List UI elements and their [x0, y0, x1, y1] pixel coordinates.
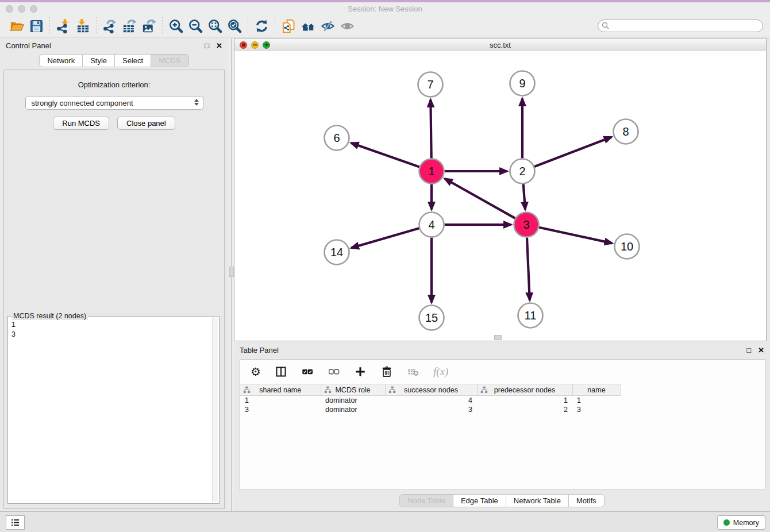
mcds-result-text[interactable]: 1 3 — [8, 317, 219, 340]
graph-node-11[interactable]: 11 — [518, 303, 543, 328]
create-column-button[interactable] — [354, 365, 367, 378]
delete-column-button[interactable] — [380, 365, 393, 378]
table-cell[interactable]: 2 — [477, 405, 572, 414]
split-columns-button[interactable] — [275, 365, 287, 378]
table-cell[interactable]: 1 — [240, 396, 321, 406]
column-header-shared-name[interactable]: shared name — [240, 384, 321, 396]
column-header-successor-nodes[interactable]: successor nodes — [385, 384, 477, 396]
edge-3-1[interactable] — [445, 179, 515, 218]
select-all-columns-button[interactable] — [301, 365, 314, 378]
network-window-titlebar[interactable]: scc.txt — [234, 38, 766, 52]
open-session-button[interactable] — [7, 17, 26, 35]
canvas-hscroll-thumb[interactable] — [494, 335, 502, 340]
table-cell[interactable]: dominator — [321, 396, 385, 406]
float-panel-icon[interactable]: □ — [205, 41, 209, 50]
run-mcds-button[interactable]: Run MCDS — [53, 117, 109, 130]
close-panel-button[interactable]: Close panel — [117, 117, 175, 130]
table-cell[interactable]: 3 — [240, 405, 321, 414]
zoom-selected-button[interactable] — [225, 17, 244, 35]
edge-2-3[interactable] — [523, 184, 525, 209]
table-settings-button[interactable]: ⚙ — [251, 366, 261, 377]
task-history-button[interactable] — [6, 515, 25, 530]
graph-node-15[interactable]: 15 — [419, 306, 444, 330]
column-header-name[interactable]: name — [572, 384, 621, 396]
edge-1-6[interactable] — [351, 143, 419, 167]
graph-node-14[interactable]: 14 — [325, 240, 349, 265]
optimization-criterion-dropdown[interactable]: strongly connected component — [25, 96, 203, 110]
hide-selected-button[interactable] — [318, 17, 337, 35]
node-label: 4 — [428, 218, 434, 231]
import-table-button[interactable] — [73, 17, 93, 35]
table-panel-title: Table Panel — [240, 346, 746, 354]
network-canvas[interactable]: 7968124314101511 — [234, 51, 766, 341]
graph-node-10[interactable]: 10 — [615, 234, 640, 259]
delete-table-button[interactable] — [407, 365, 419, 378]
table-cell[interactable]: dominator — [321, 405, 385, 414]
tab-select[interactable]: Select — [114, 54, 151, 67]
save-session-button[interactable] — [26, 17, 46, 35]
graph-node-6[interactable]: 6 — [325, 126, 349, 151]
search-input[interactable] — [598, 20, 763, 32]
export-image-button[interactable] — [139, 17, 159, 35]
graph-node-3[interactable]: 3 — [514, 213, 539, 237]
refresh-button[interactable] — [252, 17, 271, 35]
graph-node-4[interactable]: 4 — [419, 213, 444, 237]
tab-style[interactable]: Style — [82, 54, 115, 67]
tab-network[interactable]: Network — [39, 54, 83, 67]
edge-1-7[interactable] — [430, 99, 431, 158]
edge-4-14[interactable] — [351, 228, 419, 248]
table-row[interactable]: 1dominator411 — [240, 396, 621, 406]
close-table-panel-icon[interactable]: ✕ — [758, 346, 764, 354]
eye-icon — [340, 18, 355, 34]
edge-3-10[interactable] — [539, 228, 612, 244]
result-scrollbar[interactable] — [212, 318, 218, 502]
graph-node-2[interactable]: 2 — [510, 159, 535, 184]
node-label: 1 — [428, 165, 434, 178]
close-panel-icon[interactable]: ✕ — [216, 41, 222, 50]
table-cell[interactable]: 3 — [385, 405, 477, 414]
panel-splitter[interactable] — [228, 38, 234, 511]
table-toolbar: ⚙ — [240, 360, 765, 384]
graph-node-1[interactable]: 1 — [419, 159, 444, 184]
toolbar-separator — [49, 17, 50, 34]
float-table-panel-icon[interactable]: □ — [746, 346, 751, 354]
edge-3-11[interactable] — [527, 237, 530, 300]
export-table-button[interactable] — [120, 17, 139, 35]
graph-node-9[interactable]: 9 — [510, 71, 535, 96]
show-all-button[interactable] — [337, 17, 357, 35]
table-tab-motifs[interactable]: Motifs — [568, 494, 605, 507]
import-network-button[interactable] — [53, 17, 73, 35]
table-cell[interactable]: 1 — [572, 396, 621, 406]
tab-mcds[interactable]: MCDS — [151, 54, 188, 67]
node-label: 9 — [519, 77, 525, 90]
zoom-in-button[interactable] — [166, 17, 186, 35]
table-cell[interactable]: 1 — [477, 396, 572, 406]
network-view-window: scc.txt 7968124314101511 — [234, 38, 767, 341]
column-header-MCDS-role[interactable]: MCDS role — [321, 384, 385, 396]
memory-button[interactable]: Memory — [717, 515, 765, 530]
node-label: 10 — [621, 240, 633, 253]
table-tab-network-table[interactable]: Network Table — [506, 494, 569, 507]
graph-node-7[interactable]: 7 — [418, 72, 443, 97]
node-table: shared name MCDS role successor nodes pr… — [240, 384, 621, 414]
column-header-predecessor-nodes[interactable]: predecessor nodes — [477, 384, 572, 396]
table-row[interactable]: 3dominator323 — [240, 405, 621, 414]
control-panel-tabs: NetworkStyleSelectMCDS — [0, 54, 228, 67]
table-cell[interactable]: 3 — [572, 405, 621, 414]
splitter-grip-icon[interactable] — [229, 267, 234, 277]
zoom-in-icon — [168, 18, 184, 34]
function-builder-button[interactable]: f(x) — [433, 365, 448, 378]
zoom-fit-button[interactable] — [205, 17, 225, 35]
table-tab-node-table[interactable]: Node Table — [399, 494, 453, 507]
zoom-out-button[interactable] — [186, 17, 205, 35]
graph-node-8[interactable]: 8 — [614, 119, 638, 144]
unselect-all-columns-button[interactable] — [328, 365, 340, 378]
table-cell[interactable]: 4 — [385, 396, 477, 406]
column-label: name — [587, 386, 605, 394]
first-neighbors-button[interactable] — [298, 17, 318, 35]
network-graph: 7968124314101511 — [234, 51, 766, 341]
table-tab-edge-table[interactable]: Edge Table — [453, 494, 506, 507]
duplicate-network-button[interactable] — [279, 17, 298, 35]
export-network-button[interactable] — [100, 17, 120, 35]
edge-2-8[interactable] — [534, 137, 611, 166]
